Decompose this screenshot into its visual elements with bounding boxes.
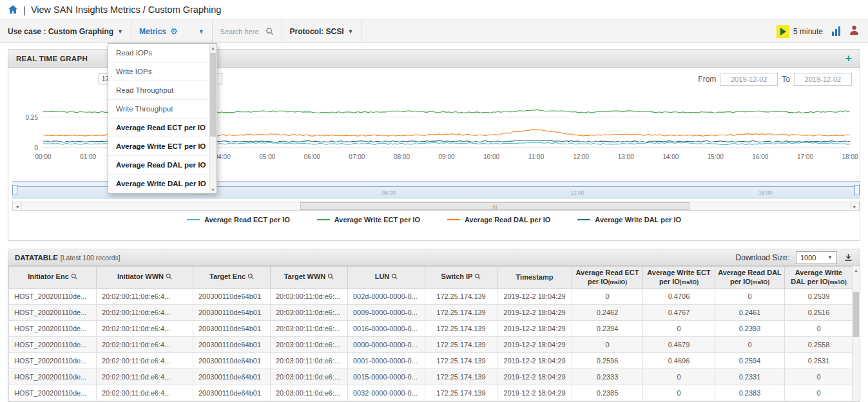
column-header-initiator-wwn[interactable]: Initiator WWN [97,267,193,289]
table-cell: 20:03:00:11:0d:e6:... [271,305,348,321]
metric-option-read-iops[interactable]: Read IOPs [108,44,217,62]
chevron-down-icon: ▼ [198,28,204,35]
svg-text:0: 0 [34,144,38,151]
legend-item-average-write-ect-per-io[interactable]: Average Write ECT per IO [317,216,420,224]
legend-item-average-read-ect-per-io[interactable]: Average Read ECT per IO [187,216,290,224]
table-cell: 0.2558 [785,337,853,353]
table-cell: HOST_200200110de... [9,337,97,353]
svg-text:00:00: 00:00 [35,153,51,160]
scroll-left-icon[interactable]: ◄ [13,202,22,210]
table-vertical-scrollbar[interactable]: ▲ [852,266,860,401]
svg-text:05:00: 05:00 [259,153,275,160]
table-cell: 172.25.174.139 [425,369,497,385]
from-date-input[interactable] [720,73,778,86]
metrics-dropdown-menu: Read IOPsWrite IOPsRead ThroughputWrite … [108,43,217,194]
scrollbar-thumb[interactable]: ||| [300,202,690,210]
download-size-label: Download Size: [736,253,789,262]
add-graph-button[interactable]: + [845,53,852,64]
svg-text:01:00: 01:00 [80,153,96,160]
search-icon[interactable] [265,27,274,35]
scroll-up-icon[interactable]: ▲ [209,44,217,52]
column-header-target-wwn[interactable]: Target WWN [271,267,348,289]
metric-option-write-throughput[interactable]: Write Throughput [108,100,217,119]
download-icon[interactable] [844,253,853,262]
table-cell: HOST_200200110de... [9,369,97,385]
table-cell: 0.2383 [715,385,785,401]
search-section [213,20,282,43]
search-icon[interactable] [166,273,172,282]
use-case-dropdown[interactable]: Use case : Custom Graphing ▼ [0,20,131,43]
scroll-right-icon[interactable]: ► [850,202,859,210]
column-header-switch-ip[interactable]: Switch IP [425,267,497,289]
scrollbar-thumb[interactable] [210,53,216,137]
table-row[interactable]: HOST_200200110de...20:02:00:11:0d:e6:4..… [9,337,853,353]
table-cell: 20:02:00:11:0d:e6:4... [97,337,193,353]
table-cell: 0 [785,369,853,385]
metric-option-read-throughput[interactable]: Read Throughput [108,81,217,100]
svg-text:0.25: 0.25 [26,114,39,121]
table-cell: 0016-0000-0000-0... [348,321,425,337]
use-case-label: Use case : Custom Graphing [8,27,113,36]
metric-option-average-write-dal-per-io[interactable]: Average Write DAL per IO [108,175,217,193]
metric-option-average-read-dal-per-io[interactable]: Average Read DAL per IO [108,156,217,175]
table-cell: 2019-12-2 18:04:29 [497,385,572,401]
from-label: From [698,75,716,84]
table-row[interactable]: HOST_200200110de...20:02:00:11:0d:e6:4..… [9,305,853,321]
svg-text:09:00: 09:00 [438,153,454,160]
table-row[interactable]: HOST_200200110de...20:02:00:11:0d:e6:4..… [9,369,853,385]
to-date-input[interactable] [794,73,852,86]
legend-item-average-read-dal-per-io[interactable]: Average Read DAL per IO [447,216,550,224]
table-row[interactable]: HOST_200200110de...20:02:00:11:0d:e6:4..… [9,385,853,401]
search-icon[interactable] [391,273,398,282]
metric-option-average-read-ect-per-io[interactable]: Average Read ECT per IO [108,119,217,137]
table-cell: 0 [643,369,715,385]
table-cell: 2019-12-2 18:04:29 [497,353,572,369]
table-cell: 200300110de64b01 [193,353,271,369]
legend-swatch [187,219,200,220]
datatable-header: DATATABLE [Latest 100 records] Download … [8,249,860,266]
metrics-dropdown-trigger[interactable]: Metrics ⚙ ▼ [131,20,213,43]
table-row[interactable]: HOST_200200110de...20:02:00:11:0d:e6:4..… [9,289,853,305]
table-cell: 20:02:00:11:0d:e6:4... [97,305,193,321]
search-icon[interactable] [71,273,77,282]
table-cell: 0.4706 [643,289,715,305]
svg-text:07:00: 07:00 [349,153,365,160]
legend-item-average-write-dal-per-io[interactable]: Average Write DAL per IO [577,216,681,224]
table-row[interactable]: HOST_200200110de...20:02:00:11:0d:e6:4..… [9,353,853,369]
search-icon[interactable] [474,273,481,282]
download-size-select[interactable]: 1000 ▼ [796,251,837,264]
column-header-lun[interactable]: LUN [348,267,425,289]
scroll-up-icon[interactable]: ▲ [853,266,860,274]
table-cell: HOST_200200110de... [9,321,97,337]
table-cell: 0.2394 [572,321,643,337]
bar-chart-icon[interactable] [832,26,840,36]
column-header-average-write-ect-per-io: Average Write ECT per IO(ms/IO) [643,267,715,289]
search-icon[interactable] [247,273,254,282]
legend-label: Average Write DAL per IO [595,216,681,224]
home-icon[interactable] [8,5,18,15]
play-button[interactable] [776,25,789,38]
table-row[interactable]: HOST_200200110de...20:02:00:11:0d:e6:4..… [9,321,853,337]
table-cell: 0.4767 [643,305,715,321]
table-cell: 0 [643,385,715,401]
chart-legend: Average Read ECT per IOAverage Write ECT… [8,216,860,224]
chart-horizontal-scrollbar[interactable]: ◄ ||| ► [12,202,860,211]
chevron-down-icon: ▼ [827,254,833,260]
table-cell: 0009-0000-0000-0... [348,305,425,321]
scrollbar-thumb[interactable] [853,292,859,337]
protocol-dropdown[interactable]: Protocol: SCSI ▼ [282,20,362,43]
metric-option-average-write-ect-per-io[interactable]: Average Write ECT per IO [108,137,217,156]
search-icon[interactable] [327,273,334,282]
legend-label: Average Write ECT per IO [334,216,420,224]
column-header-initiator-enc[interactable]: Initiator Enc [9,267,97,289]
scroll-down-icon[interactable]: ▼ [209,186,217,193]
column-header-target-enc[interactable]: Target Enc [193,267,271,289]
search-input[interactable] [220,28,262,35]
table-cell: 200300110de64b01 [193,385,271,401]
user-icon[interactable] [849,25,859,37]
dropdown-scrollbar[interactable]: ▲ ▼ [209,44,217,193]
metric-option-write-iops[interactable]: Write IOPs [108,62,217,81]
table-cell: 0.2461 [715,305,785,321]
date-range-controls: From To [698,73,852,86]
svg-text:10:00: 10:00 [483,153,499,160]
